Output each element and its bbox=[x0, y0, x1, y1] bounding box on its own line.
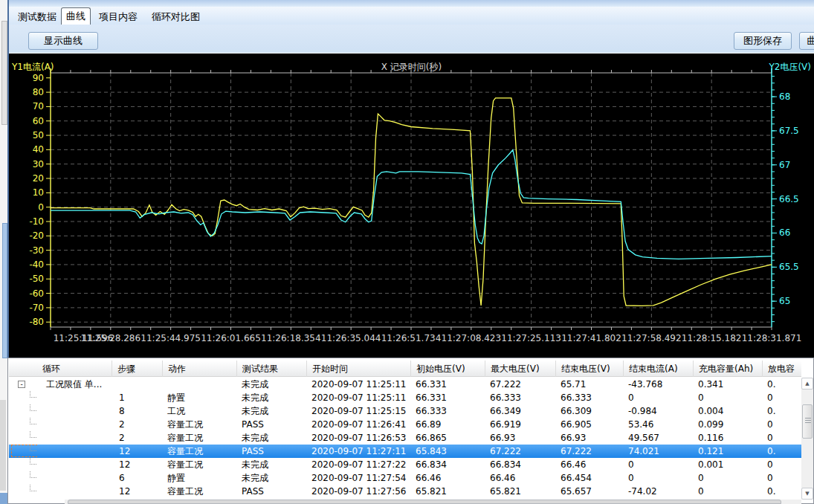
header-dc[interactable]: 放电容 bbox=[762, 361, 802, 377]
header-iend[interactable]: 结束电流(A) bbox=[623, 361, 693, 377]
table-horizontal-scrollbar[interactable] bbox=[65, 500, 801, 504]
tree-cell bbox=[10, 391, 37, 404]
save-graphic-button[interactable]: 图形保存 bbox=[734, 32, 792, 50]
cell-start: 2020-09-07 11:27:54 bbox=[306, 471, 410, 485]
cell-vend: 67.222 bbox=[555, 445, 623, 458]
cell-vmax: 66.93 bbox=[485, 431, 555, 445]
cell-start: 2020-09-07 11:27:22 bbox=[306, 458, 410, 471]
cell-result: 未完成 bbox=[236, 471, 306, 485]
cell-result: PASS bbox=[236, 445, 306, 458]
header-result[interactable]: 测试结果 bbox=[236, 361, 306, 377]
y1-tick-label: 30 bbox=[33, 159, 44, 169]
cell-cycle bbox=[37, 391, 112, 404]
cell-dc: 0 bbox=[762, 418, 802, 431]
table-row[interactable]: 12容量工况PASS2020-09-07 11:27:1165.84367.22… bbox=[9, 445, 801, 458]
cell-v0: 66.331 bbox=[410, 378, 485, 391]
cell-start: 2020-09-07 11:26:53 bbox=[306, 431, 410, 445]
cell-start: 2020-09-07 11:27:11 bbox=[306, 445, 410, 458]
cell-action: 容量工况 bbox=[162, 485, 236, 498]
header-cc[interactable]: 充电容量(Ah) bbox=[693, 361, 762, 377]
cell-dc: 0 bbox=[762, 458, 802, 471]
header-vmax[interactable]: 最大电压(V) bbox=[485, 361, 555, 377]
cell-result: PASS bbox=[236, 418, 306, 431]
cell-action: 工况 bbox=[162, 404, 236, 418]
header-cycle[interactable]: 循环 bbox=[37, 361, 112, 377]
tree-cell bbox=[10, 418, 37, 431]
tree-branch-icon bbox=[30, 404, 36, 411]
tree-cell bbox=[10, 431, 37, 445]
cell-cc: 0.121 bbox=[693, 445, 762, 458]
cell-result: 未完成 bbox=[236, 458, 306, 471]
y2-tick-label: 67 bbox=[779, 160, 790, 170]
y1-tick-label: 40 bbox=[33, 144, 44, 155]
table-row[interactable]: 6静置未完成2020-09-07 11:27:5466.4666.4666.45… bbox=[9, 471, 801, 485]
tree-cell bbox=[10, 485, 37, 498]
cell-vend: 66.93 bbox=[555, 431, 623, 445]
tab-curve[interactable]: 曲线 bbox=[61, 7, 91, 25]
chart-svg: 9080706050403020100-10-20-30-40-50-60-70… bbox=[9, 54, 814, 358]
y1-tick-label: 60 bbox=[33, 116, 44, 126]
table-row[interactable]: 12容量工况PASS2020-09-07 11:27:5665.82165.82… bbox=[9, 485, 801, 498]
hscrollbar-thumb[interactable] bbox=[68, 500, 781, 504]
cell-dc: 0. bbox=[762, 485, 802, 498]
y1-tick-label: 0 bbox=[38, 202, 44, 213]
cell-step: 8 bbox=[112, 404, 162, 418]
tree-branch-icon bbox=[30, 391, 36, 398]
cell-vmax: 65.821 bbox=[485, 485, 555, 498]
header-vend[interactable]: 结束电压(V) bbox=[555, 361, 623, 377]
header-step[interactable]: 步骤 bbox=[112, 361, 162, 377]
y1-tick-label: -70 bbox=[29, 303, 44, 313]
cell-v0: 66.834 bbox=[410, 458, 485, 471]
tab-test-data[interactable]: 测试数据 bbox=[13, 9, 61, 25]
x-axis-title: X 记录时间(秒) bbox=[9, 61, 814, 74]
table-row[interactable]: 2容量工况PASS2020-09-07 11:26:4166.8966.9196… bbox=[9, 418, 801, 431]
y1-tick-label: -20 bbox=[29, 230, 44, 241]
header-action[interactable]: 动作 bbox=[162, 361, 236, 377]
partial-curve-button[interactable]: 曲 bbox=[799, 32, 814, 50]
scroll-up-icon[interactable]: ▲ bbox=[801, 378, 813, 390]
scrollbar-thumb[interactable] bbox=[802, 404, 813, 439]
x-tick-label: 11:26:35.044 bbox=[321, 333, 381, 343]
tree-branch-icon bbox=[30, 458, 36, 465]
cell-step: 1 bbox=[112, 391, 162, 404]
cell-cycle: 工况限值 单... bbox=[37, 378, 112, 391]
tab-cycle-compare[interactable]: 循环对比图 bbox=[147, 9, 204, 25]
tab-project-content[interactable]: 项目内容 bbox=[94, 9, 142, 25]
y2-tick-label: 65.5 bbox=[779, 262, 799, 272]
tree-expand-icon[interactable]: - bbox=[18, 381, 25, 388]
scroll-down-icon[interactable]: ▼ bbox=[801, 488, 813, 500]
background-window-sliver bbox=[0, 0, 7, 504]
x-tick-label: 11:25:28.286 bbox=[81, 333, 141, 343]
cell-cc: 0 bbox=[693, 485, 762, 498]
step-table-panel: 循环步骤动作测试结果开始时间初始电压(V)最大电压(V)结束电压(V)结束电流(… bbox=[7, 358, 814, 504]
cell-cycle bbox=[37, 445, 112, 458]
cell-vmax: 66.46 bbox=[485, 471, 555, 485]
table-row[interactable]: 2容量工况未完成2020-09-07 11:26:5366.86566.9366… bbox=[9, 431, 801, 445]
x-tick-label: 11:26:18.354 bbox=[261, 333, 321, 343]
tree-branch-icon bbox=[30, 485, 36, 491]
cell-iend: -0.984 bbox=[623, 404, 693, 418]
header-start[interactable]: 开始时间 bbox=[306, 361, 410, 377]
cell-start: 2020-09-07 11:25:11 bbox=[306, 391, 410, 404]
cell-iend: 0 bbox=[623, 391, 693, 404]
cell-dc: 0 bbox=[762, 431, 802, 445]
x-tick-label: 11:25:44.975 bbox=[140, 333, 201, 343]
table-row[interactable]: 12容量工况未完成2020-09-07 11:27:2266.83466.834… bbox=[9, 458, 801, 471]
cell-v0: 66.331 bbox=[410, 391, 485, 404]
cell-cc: 0 bbox=[693, 391, 762, 404]
cell-vend: 66.309 bbox=[555, 404, 623, 418]
table-row[interactable]: 1静置未完成2020-09-07 11:25:1166.33166.33366.… bbox=[9, 391, 801, 404]
cell-cc: 0.341 bbox=[693, 378, 762, 391]
cell-start: 2020-09-07 11:25:15 bbox=[306, 404, 410, 418]
y1-tick-label: 50 bbox=[33, 130, 44, 140]
header-v0[interactable]: 初始电压(V) bbox=[410, 361, 485, 377]
cell-vend: 66.46 bbox=[555, 458, 623, 471]
window-top-strip bbox=[9, 0, 814, 7]
show-curve-button[interactable]: 显示曲线 bbox=[28, 32, 98, 50]
y1-tick-label: -50 bbox=[29, 274, 44, 284]
cell-step: 12 bbox=[112, 485, 162, 498]
table-row[interactable]: 8工况未完成2020-09-07 11:25:1566.33366.34966.… bbox=[9, 404, 801, 418]
table-vertical-scrollbar[interactable]: ▲ ▼ bbox=[801, 378, 813, 500]
table-row[interactable]: -工况限值 单...未完成2020-09-07 11:25:1166.33167… bbox=[9, 378, 801, 391]
x-tick-label: 11:26:01.665 bbox=[201, 333, 261, 343]
